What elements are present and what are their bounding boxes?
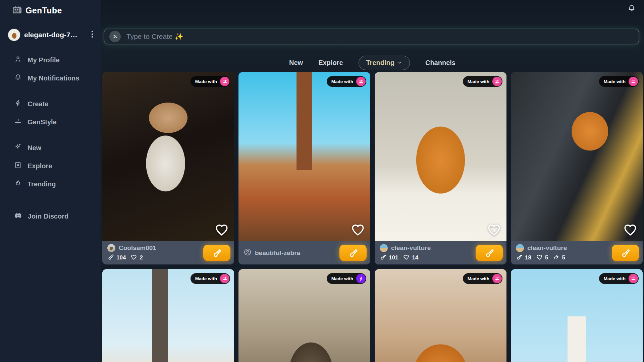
kebab-menu-icon[interactable] <box>89 29 95 41</box>
author-name: clean-vulture <box>527 244 567 252</box>
sidebar-item-join-discord[interactable]: Join Discord <box>0 207 101 226</box>
made-with-badge[interactable]: Made with <box>463 76 502 87</box>
generated-image[interactable]: Made with <box>375 72 506 241</box>
image-card-grid: Made with Coolsam001 104 <box>102 72 643 362</box>
tab-channels[interactable]: Channels <box>425 59 455 67</box>
card-author[interactable]: clean-vulture <box>380 244 473 252</box>
generated-image[interactable]: Made with <box>511 269 643 362</box>
sliders-icon <box>14 117 22 127</box>
sliders-icon <box>629 77 638 86</box>
flame-icon <box>14 179 22 189</box>
sidebar-spacer <box>0 193 101 207</box>
tab-new[interactable]: New <box>289 59 303 67</box>
sidebar: GenTube elegant-dog-7… My Profile <box>0 0 101 362</box>
sliders-icon <box>492 77 502 86</box>
tab-explore[interactable]: Explore <box>318 59 343 67</box>
image-card[interactable]: Made with <box>102 269 234 362</box>
user-account-row[interactable]: elegant-dog-7… <box>0 15 101 41</box>
sliders-icon <box>629 274 638 283</box>
main-content: New Explore Trending Channels Made with <box>101 0 644 362</box>
search-input[interactable] <box>126 32 634 41</box>
sidebar-item-create[interactable]: Create <box>0 95 101 113</box>
user-avatar <box>8 29 20 41</box>
image-card[interactable]: Made with clean-vulture 101 <box>375 72 506 264</box>
made-with-badge[interactable]: Made with <box>463 273 502 284</box>
image-card[interactable]: Made with <box>375 269 506 362</box>
sidebar-item-my-notifications[interactable]: My Notifications <box>0 69 101 87</box>
tv-icon <box>12 5 22 15</box>
app-logo[interactable]: GenTube <box>0 0 101 15</box>
card-author[interactable]: clean-vulture <box>516 244 609 252</box>
remix-count: 104 <box>107 254 126 262</box>
sidebar-item-new[interactable]: New <box>0 139 101 157</box>
like-heart-icon[interactable] <box>214 222 229 239</box>
sidebar-item-explore[interactable]: Explore <box>0 157 101 175</box>
like-count-value: 5 <box>545 254 548 261</box>
share-icon <box>553 254 559 262</box>
made-with-badge[interactable]: Made with <box>191 273 230 284</box>
remix-button[interactable] <box>339 245 367 261</box>
user-name: elegant-dog-7… <box>24 31 85 39</box>
author-avatar <box>516 244 524 252</box>
made-with-label: Made with <box>195 79 217 84</box>
sidebar-item-label: Trending <box>28 180 56 188</box>
made-with-badge[interactable]: Made with <box>327 273 366 284</box>
tab-trending[interactable]: Trending <box>359 56 410 70</box>
remix-button[interactable] <box>612 245 639 261</box>
paintbrush-icon <box>107 254 114 262</box>
sparkle-icon <box>14 143 22 153</box>
made-with-label: Made with <box>468 79 489 84</box>
sliders-icon <box>492 274 502 283</box>
image-card[interactable]: Made with beautiful-zebra <box>238 72 370 264</box>
book-heart-icon <box>14 161 22 171</box>
image-card[interactable]: Made with clean-vulture 18 <box>511 72 643 264</box>
author-name: clean-vulture <box>391 244 431 252</box>
heart-icon <box>130 254 137 262</box>
image-card[interactable]: Made with <box>511 269 643 362</box>
sidebar-item-my-profile[interactable]: My Profile <box>0 51 101 69</box>
made-with-badge[interactable]: Made with <box>191 76 230 87</box>
generated-image[interactable]: Made with <box>375 269 506 362</box>
card-stats: 104 2 <box>107 254 201 262</box>
made-with-badge[interactable]: Made with <box>599 273 639 284</box>
prompt-search-bar[interactable] <box>104 29 639 44</box>
remix-count: 101 <box>380 254 398 262</box>
sidebar-item-label: GenStyle <box>28 118 57 126</box>
generated-image[interactable]: Made with <box>102 72 234 241</box>
generated-image[interactable]: Made with <box>238 72 370 241</box>
lightning-icon <box>14 99 22 109</box>
remix-count-value: 18 <box>525 254 531 261</box>
image-card[interactable]: Made with Coolsam001 104 <box>102 72 234 264</box>
card-author[interactable]: Coolsam001 <box>107 244 201 252</box>
card-info-bar: clean-vulture 101 14 <box>375 241 506 264</box>
person-icon <box>14 55 22 65</box>
like-heart-icon[interactable] <box>350 222 366 239</box>
heart-icon <box>536 254 543 262</box>
magic-wand-icon <box>109 31 121 42</box>
remix-count-value: 104 <box>116 254 126 261</box>
like-heart-icon[interactable] <box>486 222 502 239</box>
made-with-badge[interactable]: Made with <box>327 76 366 87</box>
sliders-icon <box>220 274 229 283</box>
sidebar-item-genstyle[interactable]: GenStyle <box>0 113 101 131</box>
sliders-icon <box>356 77 366 86</box>
remix-button[interactable] <box>203 245 230 261</box>
card-author[interactable]: beautiful-zebra <box>244 248 337 258</box>
tab-trending-label: Trending <box>366 59 394 67</box>
share-count-value: 5 <box>562 254 565 261</box>
like-count: 14 <box>403 254 418 262</box>
like-heart-icon[interactable] <box>623 222 638 239</box>
made-with-label: Made with <box>468 276 489 281</box>
card-info-bar: Coolsam001 104 2 <box>102 241 234 264</box>
card-info-bar: clean-vulture 18 5 5 <box>511 241 643 264</box>
sidebar-item-trending[interactable]: Trending <box>0 175 101 193</box>
made-with-badge[interactable]: Made with <box>599 76 639 87</box>
generated-image[interactable]: Made with <box>511 72 643 241</box>
remix-button[interactable] <box>476 245 503 261</box>
image-card[interactable]: Made with <box>238 269 370 362</box>
generated-image[interactable]: Made with <box>238 269 370 362</box>
card-stats: 101 14 <box>380 254 473 262</box>
notifications-bell-icon[interactable] <box>627 4 636 14</box>
like-count: 5 <box>536 254 548 262</box>
generated-image[interactable]: Made with <box>102 269 234 362</box>
